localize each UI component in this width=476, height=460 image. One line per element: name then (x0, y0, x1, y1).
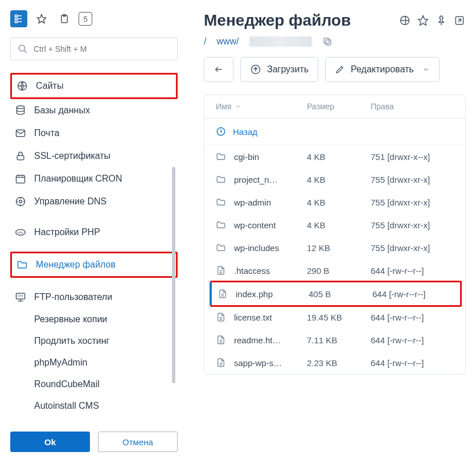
copy-path-icon[interactable] (322, 36, 333, 47)
file-permissions: 751 [drwxr-x--x] (371, 152, 454, 162)
sidebar-item-ssl[interactable]: SSL-сертификаты (10, 145, 178, 167)
table-row[interactable]: cgi-bin4 KB751 [drwxr-x--x] (204, 145, 465, 168)
file-permissions: 755 [drwxr-xr-x] (371, 220, 454, 230)
col-size-header[interactable]: Размер (307, 102, 371, 111)
svg-rect-1 (15, 18, 18, 20)
mail-icon (15, 128, 26, 139)
table-row[interactable]: readme.ht…7.11 KB644 [-rw-r--r--] (204, 328, 465, 351)
back-button[interactable] (204, 57, 233, 82)
ftp-icon: FTP (15, 291, 26, 303)
file-permissions: 644 [-rw-r--r--] (371, 313, 454, 322)
sidebar-item-label: SSL-сертификаты (34, 151, 110, 161)
database-icon (15, 105, 26, 116)
sidebar-item-sites[interactable]: Сайты (10, 73, 178, 99)
svg-line-7 (24, 50, 27, 53)
sidebar-item-label: Базы данных (34, 105, 90, 116)
table-row[interactable]: license.txt19.45 KB644 [-rw-r--r--] (204, 306, 465, 328)
chevron-down-icon (422, 65, 430, 73)
svg-point-6 (19, 45, 25, 51)
table-row[interactable]: wp-includes12 KB755 [drwxr-xr-x] (204, 236, 465, 259)
file-name: project_n… (234, 175, 307, 184)
sidebar-item-autoinstall[interactable]: Autoinstall CMS (10, 395, 178, 417)
breadcrumb-root[interactable]: / (204, 36, 206, 47)
edit-label: Редактировать (351, 64, 414, 75)
folder-icon (17, 259, 28, 270)
file-name: cgi-bin (234, 152, 307, 162)
file-name: readme.ht… (234, 335, 307, 345)
number-five-icon[interactable]: 5 (79, 12, 92, 26)
svg-rect-0 (15, 15, 18, 17)
folder-icon (216, 174, 227, 184)
star-icon[interactable] (33, 10, 50, 27)
calendar-icon (15, 173, 26, 184)
file-icon (218, 289, 229, 299)
sidebar-item-phpmyadmin[interactable]: phpMyAdmin (10, 352, 178, 373)
back-row[interactable]: Назад (204, 118, 465, 145)
folder-icon (216, 243, 227, 253)
external-icon[interactable] (453, 14, 466, 27)
file-icon (216, 312, 227, 322)
file-permissions: 755 [drwxr-xr-x] (371, 243, 454, 253)
sidebar-item-label: Сайты (36, 81, 63, 91)
clipboard-icon[interactable] (56, 10, 73, 27)
svg-rect-11 (17, 155, 24, 160)
globe-link-icon[interactable] (399, 14, 411, 27)
upload-button[interactable]: Загрузить (240, 57, 318, 82)
main-header: Менеджер файлов (204, 11, 466, 30)
file-name: wp-admin (234, 198, 307, 207)
sidebar-item-renew[interactable]: Продлить хостинг (10, 330, 178, 352)
table-row[interactable]: wp-content4 KB755 [drwxr-xr-x] (204, 213, 465, 236)
table-row[interactable]: index.php405 B644 [-rw-r--r--] (212, 282, 460, 305)
table-row[interactable]: project_n…4 KB755 [drwxr-xr-x] (204, 168, 465, 191)
sidebar-item-ftp[interactable]: FTP FTP-пользователи (10, 286, 178, 309)
sidebar-item-backups[interactable]: Резервные копии (10, 309, 178, 330)
sidebar-item-label: Почта (34, 128, 59, 138)
file-size: 4 KB (307, 220, 371, 230)
svg-text:php: php (18, 231, 23, 234)
pencil-icon (335, 64, 345, 75)
tree-view-icon[interactable] (10, 10, 27, 27)
cancel-button[interactable]: Отмена (98, 432, 178, 452)
sidebar-item-dns[interactable]: Управление DNS (10, 190, 178, 213)
sidebar-item-label: Autoinstall CMS (34, 401, 99, 411)
sidebar-item-databases[interactable]: Базы данных (10, 99, 178, 122)
nav-list: Сайты Базы данных Почта SSL-сертификаты … (10, 73, 178, 426)
sidebar-item-cron[interactable]: Планировщик CRON (10, 167, 178, 190)
star-icon[interactable] (417, 14, 429, 27)
page-title: Менеджер файлов (204, 11, 351, 30)
lock-icon (15, 150, 26, 162)
file-size: 4 KB (307, 152, 371, 162)
table-row[interactable]: sapp-wp-s…2.23 KB644 [-rw-r--r--] (204, 351, 465, 374)
file-permissions: 755 [drwxr-xr-x] (371, 198, 454, 207)
ok-button[interactable]: Ok (10, 432, 90, 452)
file-size: 7.11 KB (307, 335, 371, 345)
edit-button[interactable]: Редактировать (325, 57, 440, 82)
file-name: wp-content (234, 220, 307, 230)
sidebar-item-mail[interactable]: Почта (10, 122, 178, 145)
sidebar-item-label: RoundCubeMail (34, 379, 100, 389)
file-size: 19.45 KB (307, 313, 371, 322)
search-input[interactable] (34, 44, 170, 54)
globe-icon (17, 80, 28, 92)
sidebar-item-php[interactable]: php Настройки PHP (10, 221, 178, 244)
file-permissions: 755 [drwxr-xr-x] (371, 175, 454, 184)
scrollbar[interactable] (172, 167, 175, 383)
sidebar-item-file-manager[interactable]: Менеджер файлов (10, 252, 178, 278)
table-row[interactable]: .htaccess290 B644 [-rw-r--r--] (204, 259, 465, 282)
top-icon-bar: 5 (10, 10, 178, 27)
file-size: 4 KB (307, 175, 371, 184)
search-box[interactable] (10, 38, 178, 60)
file-size: 405 B (309, 289, 372, 299)
file-permissions: 644 [-rw-r--r--] (371, 335, 454, 345)
sidebar-item-roundcube[interactable]: RoundCubeMail (10, 373, 178, 395)
file-icon (216, 358, 227, 368)
table-row[interactable]: wp-admin4 KB755 [drwxr-xr-x] (204, 191, 465, 213)
breadcrumb-segment[interactable]: www/ (216, 36, 239, 47)
file-size: 2.23 KB (307, 358, 371, 368)
col-name-header[interactable]: Имя (216, 102, 307, 111)
toolbar: Загрузить Редактировать (204, 57, 466, 82)
col-perm-header[interactable]: Права (371, 102, 454, 111)
pin-icon[interactable] (435, 14, 448, 27)
file-size: 4 KB (307, 198, 371, 207)
file-permissions: 644 [-rw-r--r--] (371, 358, 454, 368)
